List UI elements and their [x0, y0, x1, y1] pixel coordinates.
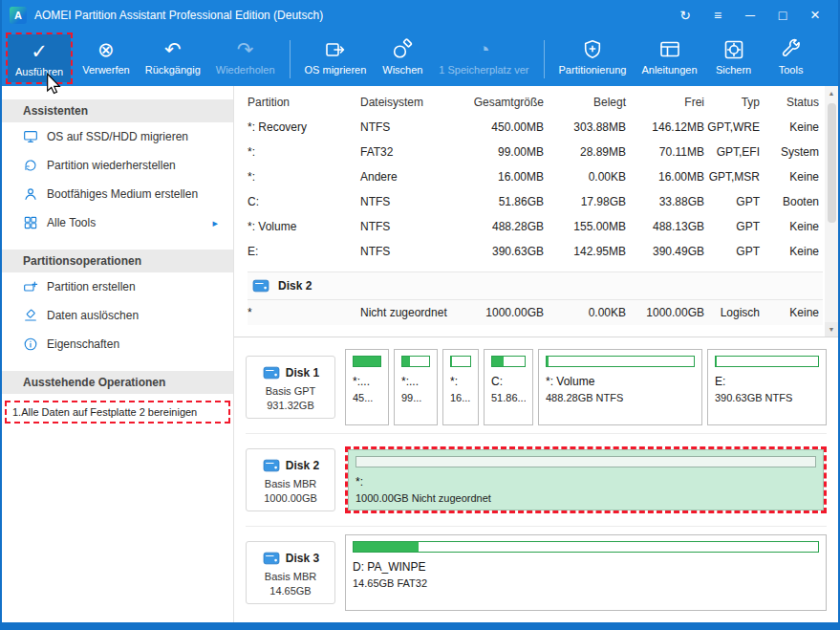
- monitor-icon: [23, 129, 38, 144]
- content: Assistenten OS auf SSD/HDD migrieren Par…: [2, 86, 838, 622]
- restore-icon: [23, 158, 38, 173]
- col-partition: Partition: [248, 96, 360, 109]
- scroll-up-icon[interactable]: ▲: [825, 86, 838, 100]
- backup-button[interactable]: Sichern: [705, 33, 763, 86]
- cell-used: 142.95MB: [544, 245, 626, 258]
- sidebar-item-create-partition[interactable]: Partition erstellen: [2, 272, 233, 301]
- capacity-bar: [491, 356, 526, 367]
- migrate-os-button[interactable]: OS migrieren: [297, 33, 375, 86]
- guides-button[interactable]: Anleitungen: [634, 33, 704, 86]
- table-row[interactable]: E: NTFS 390.63GB 142.95MB 390.49GB GPT K…: [248, 239, 823, 264]
- minimize-button[interactable]: ─: [737, 4, 764, 27]
- wipe-button[interactable]: Wischen: [374, 33, 431, 86]
- sidebar-section-pending-operations: Ausstehende Operationen: [2, 371, 233, 394]
- undo-button[interactable]: ↶ Rückgängig: [138, 33, 208, 86]
- table-row[interactable]: *: FAT32 99.00MB 28.89MB 70.11MB GPT,EFI…: [248, 140, 823, 164]
- window-bottom-border: [2, 622, 838, 630]
- disk1-partitions: *:... 45... *:... 99... *: 16...: [345, 349, 827, 425]
- partition-table: Partition Dateisystem Gesamtgröße Belegt…: [234, 86, 838, 337]
- table-row[interactable]: *: Recovery NTFS 450.00MB 303.88MB 146.1…: [248, 115, 823, 140]
- partition-size: 1000.00GB Nicht zugeordnet: [355, 492, 816, 504]
- sidebar-item-all-tools[interactable]: Alle Tools ▸: [2, 208, 233, 237]
- partitioning-button[interactable]: Partitionierung: [551, 33, 635, 86]
- table-row[interactable]: *: Volume NTFS 488.28GB 155.00MB 488.13G…: [248, 214, 823, 239]
- disk-icon: [262, 363, 281, 382]
- toolbar: ✓ Ausführen ⊗ Verwerfen ↶ Rückgängig ↷ W…: [2, 31, 838, 86]
- partition-size: 99...: [401, 392, 430, 403]
- cell-free: 390.49GB: [626, 245, 704, 258]
- sidebar-item-bootable-media[interactable]: Bootfähiges Medium erstellen: [2, 180, 233, 208]
- maximize-button[interactable]: □: [769, 4, 796, 27]
- cell-status: Keine: [760, 120, 819, 134]
- table-row[interactable]: *: Andere 16.00MB 0.00KB 16.00MB GPT,MSR…: [248, 164, 823, 189]
- capacity-bar: [546, 356, 695, 367]
- partition-box[interactable]: *:... 99...: [394, 349, 438, 425]
- apply-button[interactable]: ✓ Ausführen: [8, 34, 71, 82]
- cell-status: Keine: [760, 170, 819, 184]
- unallocated-partition-box[interactable]: *: 1000.00GB Nicht zugeordnet: [348, 449, 824, 511]
- partition-box[interactable]: C: 51.86...: [484, 349, 533, 425]
- check-icon: ✓: [31, 38, 48, 64]
- cell-type: Logisch: [704, 306, 760, 319]
- partition-size: 51.86...: [491, 392, 526, 403]
- main-panel: Partition Dateisystem Gesamtgröße Belegt…: [234, 86, 838, 622]
- partition-size: 14.65GB FAT32: [353, 577, 819, 589]
- disk-size: 931.32GB: [267, 400, 314, 411]
- cell-type: GPT: [704, 220, 760, 233]
- refresh-icon[interactable]: ↻: [672, 4, 699, 27]
- titlebar-controls: ↻ ≡ ─ □ ×: [672, 4, 829, 27]
- sidebar-item-migrate-os[interactable]: OS auf SSD/HDD migrieren: [2, 122, 233, 151]
- redo-icon: ↷: [237, 36, 254, 62]
- col-status: Status: [760, 96, 819, 109]
- app-logo-icon: A: [10, 7, 27, 24]
- close-button[interactable]: ×: [802, 4, 829, 27]
- disk3-info[interactable]: Disk 3 Basis MBR 14.65GB: [246, 541, 335, 604]
- sidebar-item-erase-data[interactable]: Daten auslöschen: [2, 301, 233, 330]
- table-scrollbar[interactable]: ▲ ▼: [825, 86, 838, 337]
- sidebar-item-properties[interactable]: Eigenschaften: [2, 330, 233, 358]
- sidebar-item-label: Daten auslöschen: [47, 309, 139, 322]
- migrate-os-label: OS migrieren: [305, 64, 367, 76]
- info-icon: [23, 337, 38, 352]
- disk-type: Basis MBR: [265, 478, 316, 489]
- pending-operation-item[interactable]: 1.Alle Daten auf Festplatte 2 bereinigen: [5, 401, 230, 424]
- cell-partition: *:: [248, 145, 360, 159]
- col-used: Belegt: [544, 96, 626, 109]
- titlebar: A AOMEI Partition Assistant Professional…: [2, 0, 838, 31]
- partition-box[interactable]: *:... 45...: [345, 349, 389, 425]
- wipe-label: Wischen: [382, 64, 422, 76]
- menu-icon[interactable]: ≡: [704, 4, 731, 27]
- cell-filesystem: Andere: [360, 170, 460, 184]
- disk-name: Disk 2: [286, 459, 319, 472]
- sidebar-item-restore-partition[interactable]: Partition wiederherstellen: [2, 151, 233, 180]
- partition-label: *:...: [353, 375, 381, 388]
- disk3-partitions: D: PA_WINPE 14.65GB FAT32: [345, 534, 827, 611]
- discard-button[interactable]: ⊗ Verwerfen: [75, 33, 138, 86]
- table-row-unallocated[interactable]: * Nicht zugeordnet 1000.00GB 0.00KB 1000…: [248, 300, 823, 325]
- table-row[interactable]: C: NTFS 51.86GB 17.98GB 33.88GB GPT Boot…: [248, 189, 823, 214]
- cell-used: 155.00MB: [544, 220, 626, 233]
- disk2-group-label: Disk 2: [278, 279, 312, 293]
- col-total: Gesamtgröße: [460, 96, 544, 109]
- discard-button-label: Verwerfen: [82, 64, 130, 76]
- scroll-down-icon[interactable]: ▼: [825, 322, 838, 337]
- chevron-right-icon: ▸: [212, 217, 226, 229]
- disk2-info[interactable]: Disk 2 Basis MBR 1000.00GB: [246, 448, 335, 511]
- partition-box[interactable]: *: 16...: [442, 349, 479, 425]
- partitioning-label: Partitionierung: [559, 64, 627, 76]
- space-analyzer-label: 1 Speicherplatz ver: [439, 64, 528, 76]
- migrate-icon: [324, 36, 347, 62]
- partition-box[interactable]: E: 390.63GB NTFS: [707, 349, 827, 425]
- cell-total: 16.00MB: [460, 170, 544, 184]
- disk2-group-row[interactable]: Disk 2: [248, 272, 823, 300]
- partition-box[interactable]: D: PA_WINPE 14.65GB FAT32: [345, 534, 827, 611]
- cell-free: 16.00MB: [626, 170, 704, 184]
- cell-type: GPT: [704, 195, 760, 208]
- scrollbar-thumb[interactable]: [828, 103, 836, 223]
- safe-icon: [722, 36, 745, 62]
- disk1-info[interactable]: Disk 1 Basis GPT 931.32GB: [246, 356, 335, 419]
- disk3-row: Disk 3 Basis MBR 14.65GB D: PA_WINPE 14.…: [246, 526, 827, 619]
- partition-box[interactable]: *: Volume 488.28GB NTFS: [538, 349, 702, 425]
- tools-button[interactable]: Tools: [763, 33, 820, 86]
- redo-button: ↷ Wiederholen: [208, 33, 283, 86]
